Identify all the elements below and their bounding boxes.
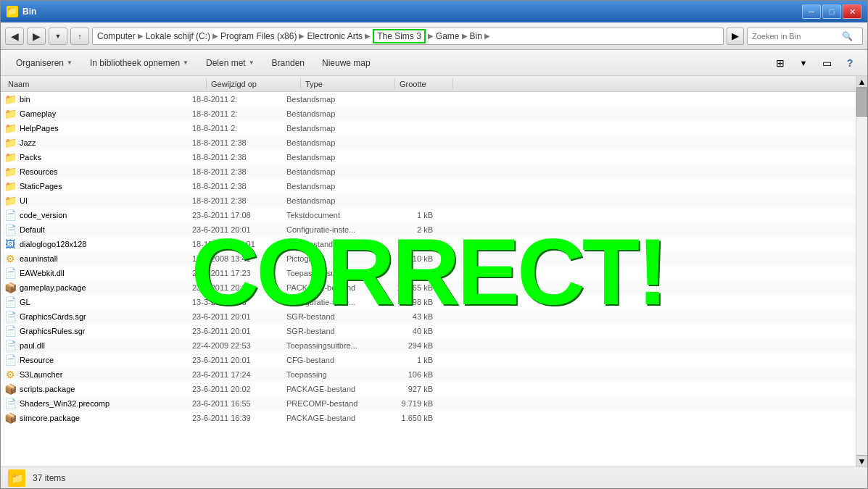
file-list[interactable]: 📁 bin 18-8-2011 2: Bestandsmap 📁 Gamepla…: [1, 92, 856, 467]
file-row[interactable]: 📁 Gameplay 18-8-2011 2: Bestandsmap: [1, 106, 856, 121]
file-icon: 📄: [4, 310, 17, 323]
file-date-cell: 23-6-2011 17:08: [192, 211, 286, 220]
address-bar[interactable]: Computer ▶ Lokale schijf (C:) ▶ Program …: [92, 28, 724, 45]
file-row[interactable]: 📦 gameplay.package 23-6-2011 20:02 PACKA…: [1, 280, 856, 295]
file-icon: 📁: [4, 165, 17, 178]
file-icon: 🖼: [4, 238, 17, 251]
scrollbar[interactable]: ▲ ▼: [856, 76, 867, 467]
file-type-cell: Tekstdocument: [286, 211, 381, 220]
file-date-cell: 18-8-2011 2:38: [192, 153, 286, 162]
file-row[interactable]: 🖼 dialoglogo128x128 18-10-2008 18:01 JPG…: [1, 237, 856, 251]
file-date-cell: 22-4-2009 22:53: [192, 341, 286, 350]
file-type-cell: PACKAGE-bestand: [286, 385, 381, 393]
scroll-up-button[interactable]: ▲: [856, 76, 867, 88]
file-icon: 📁: [4, 194, 17, 207]
file-name-cell: 📁 UI: [4, 194, 192, 207]
go-button[interactable]: ▶: [727, 28, 744, 45]
file-date-cell: 23-6-2011 20:01: [192, 225, 286, 234]
file-name-cell: 📁 Jazz: [4, 136, 192, 149]
file-row[interactable]: 📁 UI 18-8-2011 2:38 Bestandsmap: [1, 193, 856, 208]
status-count: 37 items: [33, 473, 65, 483]
file-row[interactable]: 📄 GraphicsCards.sgr 23-6-2011 20:01 SGR-…: [1, 309, 856, 324]
burn-button[interactable]: Branden: [264, 53, 313, 73]
file-icon: 📄: [4, 397, 17, 410]
search-input[interactable]: [752, 32, 839, 41]
back-button[interactable]: ◀: [5, 28, 24, 45]
file-name-cell: 📄 Shaders_Win32.precomp: [4, 397, 192, 410]
file-row[interactable]: 📄 Resource 23-6-2011 20:01 CFG-bestand 1…: [1, 353, 856, 367]
file-size-cell: 198 kB: [381, 298, 439, 306]
path-sims3[interactable]: The Sims 3: [373, 29, 426, 43]
file-type-cell: Bestandsmap: [286, 182, 381, 191]
forward-button[interactable]: ▶: [27, 28, 46, 45]
toolbar: Organiseren ▼ In bibliotheek opnemen ▼ D…: [1, 50, 867, 76]
share-button[interactable]: Delen met ▼: [198, 53, 263, 73]
file-row[interactable]: 📁 StaticPages 18-8-2011 2:38 Bestandsmap: [1, 179, 856, 193]
file-row[interactable]: 📄 GL 13-3-2009 9:48 Configuratie-inste..…: [1, 295, 856, 309]
scroll-down-button[interactable]: ▼: [856, 455, 867, 467]
file-icon: 📄: [4, 209, 17, 222]
file-date-cell: 23-6-2011 16:55: [192, 399, 286, 408]
file-row[interactable]: 📁 HelpPages 18-8-2011 2: Bestandsmap: [1, 121, 856, 135]
scroll-thumb[interactable]: [856, 88, 867, 117]
file-size-cell: 23 kB: [381, 240, 439, 248]
file-row[interactable]: ⚙ eauninstall 11-8-2008 13:41 Pictogram …: [1, 251, 856, 266]
col-header-size[interactable]: Grootte: [395, 78, 453, 90]
file-row[interactable]: 📁 Packs 18-8-2011 2:38 Bestandsmap: [1, 150, 856, 164]
close-button[interactable]: ✕: [843, 4, 861, 19]
file-type-cell: PACKAGE-bestand: [286, 283, 381, 292]
file-type-cell: PACKAGE-bestand: [286, 414, 381, 422]
file-icon: 📁: [4, 93, 17, 106]
file-name-cell: ⚙ eauninstall: [4, 252, 192, 265]
file-row[interactable]: 📁 Jazz 18-8-2011 2:38 Bestandsmap: [1, 135, 856, 150]
file-icon: 📁: [4, 151, 17, 164]
new-folder-button[interactable]: Nieuwe map: [314, 53, 379, 73]
file-type-cell: Configuratie-inste...: [286, 225, 381, 234]
col-header-type[interactable]: Type: [301, 78, 395, 90]
file-type-cell: Bestandsmap: [286, 167, 381, 176]
preview-pane-button[interactable]: ▭: [817, 54, 837, 72]
organize-button[interactable]: Organiseren ▼: [8, 53, 80, 73]
file-icon: 📄: [4, 339, 17, 352]
file-row[interactable]: 📄 GraphicsRules.sgr 23-6-2011 20:01 SGR-…: [1, 324, 856, 338]
file-name-cell: 📄 EAWebkit.dll: [4, 267, 192, 280]
col-header-date[interactable]: Gewijzigd op: [207, 78, 301, 90]
search-box[interactable]: 🔍: [747, 28, 863, 45]
path-ea[interactable]: Electronic Arts: [307, 31, 363, 41]
file-row[interactable]: 📦 scripts.package 23-6-2011 20:02 PACKAG…: [1, 382, 856, 396]
file-icon: 📁: [4, 136, 17, 149]
file-date-cell: 23-6-2011 17:23: [192, 269, 286, 277]
file-icon: 📄: [4, 267, 17, 280]
path-computer[interactable]: Computer: [97, 31, 136, 41]
file-type-cell: SGR-bestand: [286, 327, 381, 335]
path-drive[interactable]: Lokale schijf (C:): [146, 31, 210, 41]
path-game[interactable]: Game: [436, 31, 460, 41]
recent-button[interactable]: ▼: [49, 28, 67, 45]
file-size-cell: 2 kB: [381, 225, 439, 234]
file-icon: ⚙: [4, 252, 17, 265]
file-row[interactable]: 📄 Shaders_Win32.precomp 23-6-2011 16:55 …: [1, 396, 856, 411]
maximize-button[interactable]: □: [822, 4, 841, 19]
file-date-cell: 23-6-2011 20:01: [192, 312, 286, 321]
file-row[interactable]: 📁 Resources 18-8-2011 2:38 Bestandsmap: [1, 164, 856, 179]
file-icon: 📁: [4, 107, 17, 120]
file-row[interactable]: ⚙ S3Launcher 23-6-2011 17:24 Toepassing …: [1, 367, 856, 382]
view-toggle-button[interactable]: ▼: [793, 54, 814, 72]
file-row[interactable]: 📦 simcore.package 23-6-2011 16:39 PACKAG…: [1, 411, 856, 425]
library-button[interactable]: In bibliotheek opnemen ▼: [82, 53, 197, 73]
file-row[interactable]: 📄 paul.dll 22-4-2009 22:53 Toepassingsui…: [1, 338, 856, 353]
file-row[interactable]: 📄 EAWebkit.dll 23-6-2011 17:23 Toepassin…: [1, 266, 856, 280]
col-header-name[interactable]: Naam: [4, 78, 207, 90]
file-row[interactable]: 📄 code_version 23-6-2011 17:08 Tekstdocu…: [1, 208, 856, 222]
up-button[interactable]: ↑: [70, 28, 89, 45]
path-programfiles[interactable]: Program Files (x86): [220, 31, 297, 41]
file-size-cell: 294 kB: [381, 341, 439, 350]
view-options-button[interactable]: ⊞: [770, 54, 790, 72]
help-button[interactable]: ?: [840, 54, 860, 72]
window-icon: 📁: [7, 6, 18, 17]
path-bin[interactable]: Bin: [470, 31, 482, 41]
minimize-button[interactable]: ─: [802, 4, 821, 19]
file-row[interactable]: 📄 Default 23-6-2011 20:01 Configuratie-i…: [1, 222, 856, 237]
file-row[interactable]: 📁 bin 18-8-2011 2: Bestandsmap: [1, 92, 856, 106]
file-date-cell: 23-6-2011 20:02: [192, 385, 286, 393]
